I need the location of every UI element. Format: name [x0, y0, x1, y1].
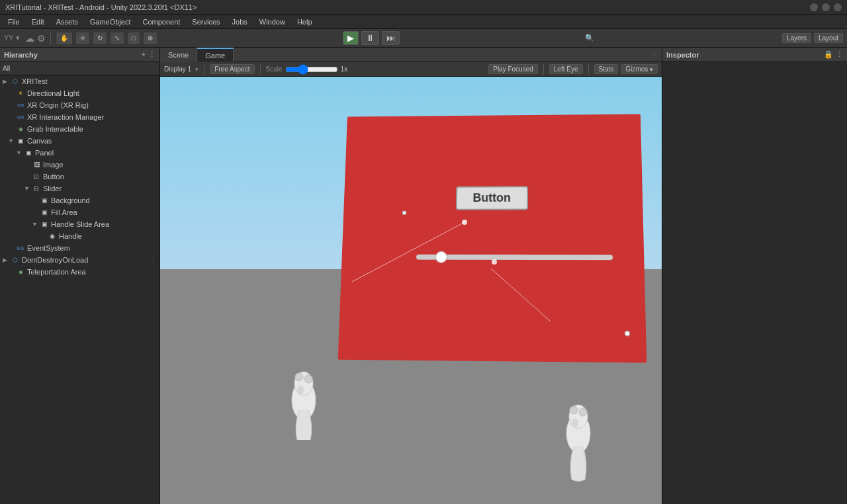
menu-gameobject[interactable]: GameObject	[85, 17, 136, 27]
tree-label-xrorigin: XR Origin (XR Rig)	[27, 101, 89, 109]
scale-slider[interactable]	[285, 65, 338, 73]
inspector-content	[662, 62, 847, 70]
rotate-tool[interactable]: ↻	[93, 32, 107, 45]
game-label: Display 1	[164, 65, 191, 73]
play-button[interactable]: ▶	[343, 31, 359, 45]
stats-btn[interactable]: Stats	[594, 64, 619, 74]
tree-label-background: Background	[51, 196, 90, 204]
tree-item-image[interactable]: 🖼 Image	[0, 159, 159, 171]
tree-item-xrmanager[interactable]: XR XR Interaction Manager	[0, 111, 159, 123]
xrmanager-icon: XR	[16, 112, 25, 122]
tree-item-eventsystem[interactable]: ES EventSystem	[0, 242, 159, 254]
transform-tool[interactable]: ⊕	[143, 32, 157, 45]
scene-tab[interactable]: Scene	[160, 48, 197, 62]
gizmos-label: Gizmos	[625, 65, 648, 73]
maximize-button[interactable]	[822, 3, 830, 11]
display-dropdown[interactable]: ▾	[195, 66, 199, 73]
menu-assets[interactable]: Assets	[51, 17, 83, 27]
menu-help[interactable]: Help	[292, 17, 318, 27]
all-filter[interactable]: All	[3, 65, 10, 72]
game-toolbar: Display 1 ▾ Free Aspect Scale 1x Play Fo…	[160, 62, 662, 77]
move-tool[interactable]: ✛	[75, 32, 90, 45]
tree-label-slider: Slider	[43, 185, 62, 192]
tree-item-xrorigin[interactable]: XR XR Origin (XR Rig)	[0, 99, 159, 111]
gizmos-btn[interactable]: Gizmos ▾	[621, 64, 658, 74]
grab-icon: ◈	[16, 124, 25, 134]
svg-point-3	[304, 375, 312, 383]
ui-button-text: Button	[472, 191, 511, 204]
game-viewport: Button	[160, 77, 662, 504]
inspector-header: Inspector 🔒 ⋮	[662, 48, 847, 62]
play-focused-btn[interactable]: Play Focused	[488, 64, 538, 74]
options-btn[interactable]: ⋮	[651, 51, 658, 58]
minimize-button[interactable]	[810, 3, 818, 11]
tree-label-button: Button	[43, 173, 64, 181]
menu-services[interactable]: Services	[187, 17, 225, 27]
tree-label-xrmanager: XR Interaction Manager	[27, 113, 104, 121]
menu-jobs[interactable]: Jobs	[227, 17, 253, 27]
button-icon: ⊡	[32, 172, 41, 181]
sep2	[260, 64, 261, 75]
tree-item-panel[interactable]: ▼ ▣ Panel	[0, 147, 159, 159]
tree-item-canvas[interactable]: ▼ ▣ Canvas	[0, 135, 159, 147]
rect-tool[interactable]: □	[127, 32, 140, 45]
tree-item-grab[interactable]: ◈ Grab Interactable	[0, 123, 159, 135]
window-controls	[810, 3, 842, 11]
handle-icon: ◉	[48, 231, 57, 241]
layers-dropdown[interactable]: Layers	[782, 33, 811, 43]
slider-thumb-visual	[435, 251, 447, 263]
tree-label-xritest: XRITest	[22, 77, 48, 85]
inspector-lock[interactable]: 🔒	[824, 50, 833, 59]
menu-edit[interactable]: Edit	[26, 17, 50, 27]
menu-window[interactable]: Window	[254, 17, 290, 27]
tree-label-image: Image	[43, 161, 64, 169]
hierarchy-menu-btn[interactable]: ⋮	[148, 50, 156, 59]
left-eye-btn[interactable]: Left Eye	[549, 64, 583, 74]
inspector-panel: Inspector 🔒 ⋮	[662, 48, 847, 504]
panel-icon: ▣	[24, 148, 33, 157]
layout-dropdown[interactable]: Layout	[814, 33, 843, 43]
sep	[204, 64, 204, 75]
tree-item-teleport[interactable]: ◈ Teleportation Area	[0, 266, 159, 278]
scale-value: 1x	[341, 65, 348, 73]
search-icon[interactable]: 🔍	[585, 34, 594, 42]
pause-button[interactable]: ⏸	[361, 31, 379, 45]
right-controller	[555, 384, 602, 483]
background-icon: ▣	[40, 196, 49, 205]
tree-item-handle[interactable]: ◉ Handle	[0, 230, 159, 242]
tree-label-handleslide: Handle Slide Area	[51, 220, 109, 228]
dontdestroy-menu[interactable]: ⋮	[151, 257, 157, 263]
tree-item-handleslide[interactable]: ▼ ▣ Handle Slide Area	[0, 218, 159, 230]
toolbar-sep-1	[50, 32, 51, 45]
hand-tool[interactable]: ✋	[56, 32, 73, 45]
tree-item-dirlight[interactable]: ☀ Directional Light	[0, 87, 159, 99]
xritest-menu[interactable]: ⋮	[151, 78, 157, 85]
game-tab[interactable]: Game	[197, 48, 234, 62]
hierarchy-add-btn[interactable]: +	[142, 50, 146, 59]
hierarchy-toolbar: All	[0, 62, 159, 75]
scale-tool[interactable]: ⤡	[110, 32, 124, 45]
close-button[interactable]	[834, 3, 842, 11]
connector-dot-1	[402, 210, 406, 214]
settings-icon[interactable]: ⚙	[37, 33, 46, 44]
tree-item-xritest[interactable]: ▶ ⬡ XRITest ⋮	[0, 75, 159, 87]
svg-point-2	[295, 373, 303, 381]
canvas-icon: ▣	[16, 136, 25, 146]
tree-label-grab: Grab Interactable	[27, 125, 83, 133]
tree-item-fillarea[interactable]: ▣ Fill Area	[0, 206, 159, 218]
tree-label-eventsystem: EventSystem	[27, 244, 70, 252]
center-area: Scene Game ⋮ Display 1 ▾ Free Aspect Sca…	[160, 48, 662, 504]
step-button[interactable]: ⏭	[382, 31, 400, 45]
inspector-menu[interactable]: ⋮	[836, 50, 843, 59]
tree-label-handle: Handle	[59, 232, 82, 240]
tree-item-background[interactable]: ▣ Background	[0, 194, 159, 206]
svg-point-4	[297, 386, 304, 395]
menu-file[interactable]: File	[3, 17, 25, 27]
tree-item-slider[interactable]: ▼ ⊟ Slider	[0, 183, 159, 194]
tree-item-dontdestroy[interactable]: ▶ ⬡ DontDestroyOnLoad ⋮	[0, 254, 159, 266]
tree-item-button[interactable]: ⊡ Button	[0, 171, 159, 183]
cloud-icon[interactable]: ☁	[25, 33, 34, 44]
menu-component[interactable]: Component	[137, 17, 185, 27]
tree-label-teleport: Teleportation Area	[27, 268, 86, 276]
aspect-dropdown[interactable]: Free Aspect	[210, 64, 254, 74]
